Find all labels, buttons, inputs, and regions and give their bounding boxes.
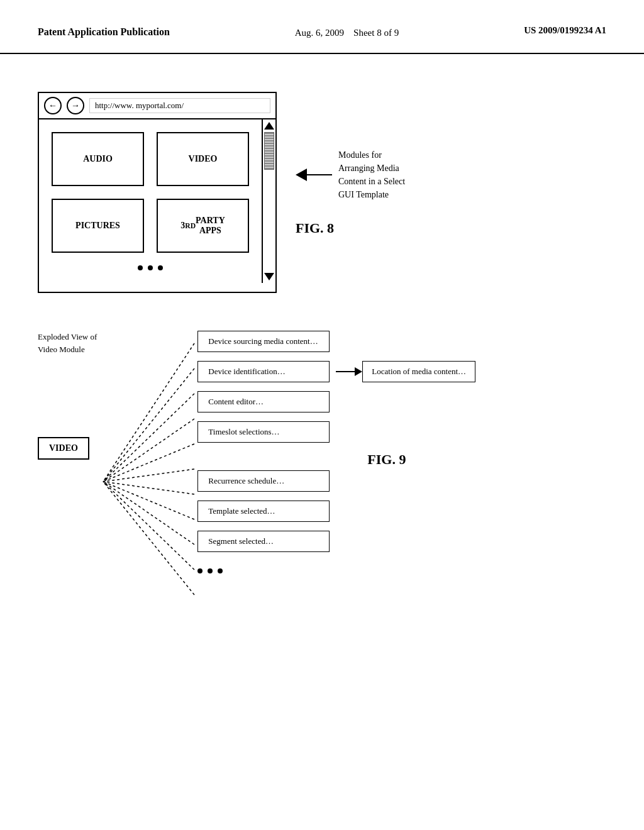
dot3	[158, 265, 163, 270]
svg-line-6	[103, 482, 194, 494]
svg-line-10	[103, 482, 194, 595]
svg-line-4	[103, 444, 194, 482]
third-party-module: 3RD PARTYAPPS	[157, 199, 249, 253]
audio-module: AUDIO	[52, 132, 144, 186]
connector-line	[336, 371, 355, 372]
page-header: Patent Application Publication Aug. 6, 2…	[0, 0, 644, 54]
device-sourcing-box: Device sourcing media content…	[197, 331, 330, 352]
connector-arrow	[336, 367, 362, 376]
device-id-row: Device identification… Location of media…	[197, 361, 475, 382]
back-icon: ←	[48, 101, 57, 111]
fig9-number-row: FIG. 9	[197, 451, 475, 468]
location-box: Location of media content…	[362, 361, 475, 382]
arrow-head	[296, 169, 307, 181]
dot2	[148, 265, 153, 270]
main-content: ← → http://www. myportal.com/ AUDIO VIDE…	[0, 54, 644, 658]
browser-content: AUDIO VIDEO PICTURES 3RD PARTYAPPS	[39, 119, 275, 283]
exploded-view-label: Exploded View ofVideo Module	[38, 331, 97, 355]
scroll-down-arrow	[264, 273, 274, 280]
segment-selected-box: Segment selected…	[197, 531, 330, 552]
video-box: VIDEO	[38, 437, 89, 460]
fig8-section: ← → http://www. myportal.com/ AUDIO VIDE…	[38, 92, 606, 293]
forward-icon: →	[71, 101, 80, 111]
video-module: VIDEO	[157, 132, 249, 186]
header-center: Aug. 6, 2009 Sheet 8 of 9	[295, 25, 399, 40]
address-bar[interactable]: http://www. myportal.com/	[89, 98, 270, 113]
back-button[interactable]: ←	[44, 97, 62, 114]
browser-toolbar: ← → http://www. myportal.com/	[39, 93, 275, 119]
pictures-module: PICTURES	[52, 199, 144, 253]
fig9-items-area: Device sourcing media content… Device id…	[197, 331, 475, 573]
more-dots-fig8	[52, 265, 249, 270]
fig9-dots	[197, 568, 223, 573]
dot1	[138, 265, 143, 270]
forward-button[interactable]: →	[67, 97, 84, 114]
fig9-dot1	[197, 568, 203, 573]
svg-line-9	[103, 482, 194, 570]
scroll-thumb	[264, 132, 274, 170]
fig9-dot2	[208, 568, 213, 573]
fig9-section: Exploded View ofVideo Module VIDEO	[38, 331, 606, 633]
browser-scrollbar	[262, 119, 275, 283]
dotted-lines-svg	[97, 331, 197, 633]
fig9-number: FIG. 9	[367, 451, 406, 468]
svg-line-7	[103, 482, 194, 519]
browser-main-area: AUDIO VIDEO PICTURES 3RD PARTYAPPS	[39, 119, 262, 283]
svg-line-8	[103, 482, 194, 545]
svg-line-1	[103, 368, 194, 482]
browser-window: ← → http://www. myportal.com/ AUDIO VIDE…	[38, 92, 277, 293]
patent-number: US 2009/0199234 A1	[524, 25, 606, 36]
publication-label: Patent Application Publication	[38, 25, 170, 39]
svg-line-5	[103, 469, 194, 482]
sheet-info: Sheet 8 of 9	[353, 28, 399, 38]
svg-line-3	[103, 419, 194, 482]
left-arrow-fig8	[296, 169, 332, 181]
fig9-left: Exploded View ofVideo Module VIDEO	[38, 331, 97, 460]
fig8-arrow-area: Modules forArranging MediaContent in a S…	[296, 148, 405, 236]
timeslot-box: Timeslot selections…	[197, 421, 330, 443]
publication-date: Aug. 6, 2009	[295, 28, 344, 38]
dotted-lines-container	[97, 331, 197, 633]
device-identification-box: Device identification…	[197, 361, 330, 382]
fig9-dot3	[218, 568, 223, 573]
arrow-line	[307, 174, 332, 175]
content-editor-box: Content editor…	[197, 391, 330, 412]
connector-arrow-head	[355, 367, 362, 376]
scroll-up-arrow	[264, 122, 274, 130]
fig8-arrow-label: Modules forArranging MediaContent in a S…	[296, 148, 405, 201]
svg-line-2	[103, 394, 194, 482]
fig8-description: Modules forArranging MediaContent in a S…	[338, 148, 405, 201]
svg-line-0	[103, 343, 194, 482]
template-selected-box: Template selected…	[197, 501, 330, 522]
fig8-number: FIG. 8	[296, 220, 334, 236]
recurrence-box: Recurrence schedule…	[197, 470, 330, 492]
